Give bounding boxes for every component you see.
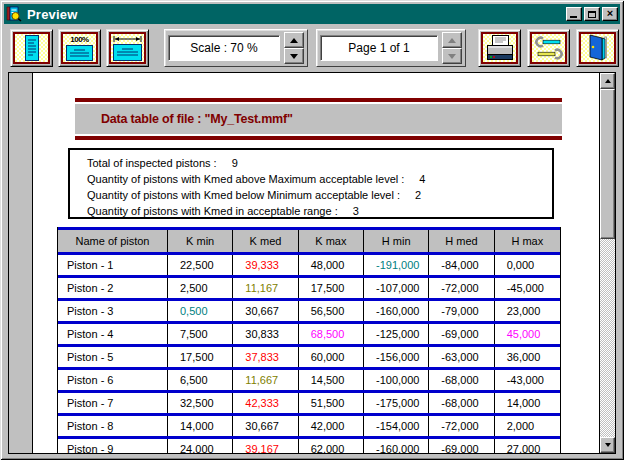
value-cell: 48,000 — [299, 255, 364, 275]
value-cell: 39,333 — [233, 255, 298, 275]
printer-icon — [484, 35, 516, 62]
summary-value: 2 — [415, 189, 421, 201]
document-page: Data table of file : "My_Test.mmf" Total… — [34, 73, 599, 453]
summary-box: Total of inspected pistons :9Quantity of… — [68, 148, 554, 219]
window-title: Preview — [27, 7, 78, 22]
fit-width-button[interactable] — [106, 29, 149, 67]
page-down-button — [442, 48, 462, 64]
value-cell: 30,667 — [233, 301, 298, 321]
table-row: Piston - 22,50011,16717,500-107,000-72,0… — [58, 278, 560, 301]
value-cell: -69,000 — [429, 439, 494, 453]
value-cell: -69,000 — [429, 324, 494, 344]
data-table: Name of pistonK minK medK maxH minH medH… — [57, 227, 561, 453]
piston-name-cell: Piston - 9 — [58, 439, 168, 453]
value-cell: -107,000 — [364, 278, 429, 298]
value-cell: -160,000 — [364, 439, 429, 453]
maximize-button[interactable] — [584, 7, 600, 21]
piston-name-cell: Piston - 4 — [58, 324, 168, 344]
page-up-button — [442, 32, 462, 48]
up-arrow-icon — [290, 38, 298, 43]
up-arrow-icon — [605, 79, 611, 83]
print-button[interactable] — [478, 29, 521, 67]
summary-line: Total of inspected pistons :9 — [87, 155, 552, 171]
value-cell: -43,000 — [495, 370, 560, 390]
scale-spinner — [284, 32, 304, 64]
value-cell: -72,000 — [429, 278, 494, 298]
table-row: Piston - 66,50011,66714,500-100,000-68,0… — [58, 370, 560, 393]
scroll-down-button[interactable] — [600, 437, 615, 453]
value-cell: -160,000 — [364, 301, 429, 321]
column-header: K min — [168, 230, 233, 252]
scale-up-button[interactable] — [284, 32, 304, 48]
piston-name-cell: Piston - 8 — [58, 416, 168, 436]
value-cell: -68,000 — [429, 393, 494, 413]
table-row: Piston - 732,50042,33351,500-175,000-68,… — [58, 393, 560, 416]
value-cell: 42,333 — [233, 393, 298, 413]
tools-icon — [533, 35, 565, 61]
value-cell: 17,500 — [299, 278, 364, 298]
value-cell: 2,500 — [168, 278, 233, 298]
view-whole-page-button[interactable] — [10, 29, 53, 67]
value-cell: 68,500 — [299, 324, 364, 344]
scroll-up-button[interactable] — [600, 73, 615, 89]
value-cell: 39,167 — [233, 439, 298, 453]
value-cell: 36,000 — [495, 347, 560, 367]
document-title: Data table of file : "My_Test.mmf" — [101, 112, 293, 126]
value-cell: 14,000 — [495, 393, 560, 413]
value-cell: 37,833 — [233, 347, 298, 367]
page-spinner — [442, 32, 462, 64]
column-header: H max — [495, 230, 560, 252]
maximize-icon — [588, 11, 596, 18]
settings-button[interactable] — [527, 29, 570, 67]
table-row: Piston - 517,50037,83360,000-156,000-63,… — [58, 347, 560, 370]
exit-button[interactable] — [576, 29, 619, 67]
titlebar[interactable]: Preview × — [4, 4, 620, 24]
minimize-icon — [570, 16, 577, 18]
titlebar-buttons: × — [566, 7, 618, 21]
piston-name-cell: Piston - 5 — [58, 347, 168, 367]
page-margin-gutter — [9, 73, 33, 453]
close-icon: × — [607, 8, 613, 19]
summary-label: Quantity of pistons with Kmed below Mini… — [87, 189, 400, 201]
piston-name-cell: Piston - 1 — [58, 255, 168, 275]
column-header: H min — [364, 230, 429, 252]
width-arrow-icon — [113, 35, 142, 43]
door-icon — [583, 34, 613, 62]
value-cell: 0,000 — [495, 255, 560, 275]
value-cell: 6,500 — [168, 370, 233, 390]
scrollbar-thumb[interactable] — [600, 89, 615, 239]
minimize-button[interactable] — [566, 7, 582, 21]
value-cell: 45,000 — [495, 324, 560, 344]
scale-down-button[interactable] — [284, 48, 304, 64]
column-header: Name of piston — [58, 230, 168, 252]
value-cell: -125,000 — [364, 324, 429, 344]
page-100-icon: 100% — [70, 36, 88, 44]
value-cell: 30,667 — [233, 416, 298, 436]
portrait-page-icon — [16, 35, 47, 62]
value-cell: 14,000 — [168, 416, 233, 436]
value-cell: 32,500 — [168, 393, 233, 413]
value-cell: -63,000 — [429, 347, 494, 367]
table-row: Piston - 924,00039,16762,000-160,000-69,… — [58, 439, 560, 453]
value-cell: -84,000 — [429, 255, 494, 275]
piston-name-cell: Piston - 3 — [58, 301, 168, 321]
table-row: Piston - 122,50039,33348,000-191,000-84,… — [58, 255, 560, 278]
page-width-icon — [113, 44, 142, 61]
scale-control: Scale : 70 % — [164, 29, 308, 67]
page-display: Page 1 of 1 — [320, 35, 438, 61]
down-arrow-icon — [448, 54, 456, 59]
vertical-scrollbar[interactable] — [599, 73, 615, 453]
preview-window: Preview × 100% — [0, 0, 624, 460]
down-arrow-icon — [290, 54, 298, 59]
value-cell: 23,000 — [495, 301, 560, 321]
summary-label: Quantity of pistons with Kmed in accepta… — [87, 205, 338, 217]
table-row: Piston - 30,50030,66756,500-160,000-79,0… — [58, 301, 560, 324]
column-header: H med — [429, 230, 494, 252]
close-button[interactable]: × — [602, 7, 618, 21]
summary-line: Quantity of pistons with Kmed above Maxi… — [87, 171, 552, 187]
piston-name-cell: Piston - 2 — [58, 278, 168, 298]
value-cell: 0,500 — [168, 301, 233, 321]
value-cell: 11,667 — [233, 370, 298, 390]
value-cell: 42,000 — [299, 416, 364, 436]
view-100-percent-button[interactable]: 100% — [58, 29, 101, 67]
